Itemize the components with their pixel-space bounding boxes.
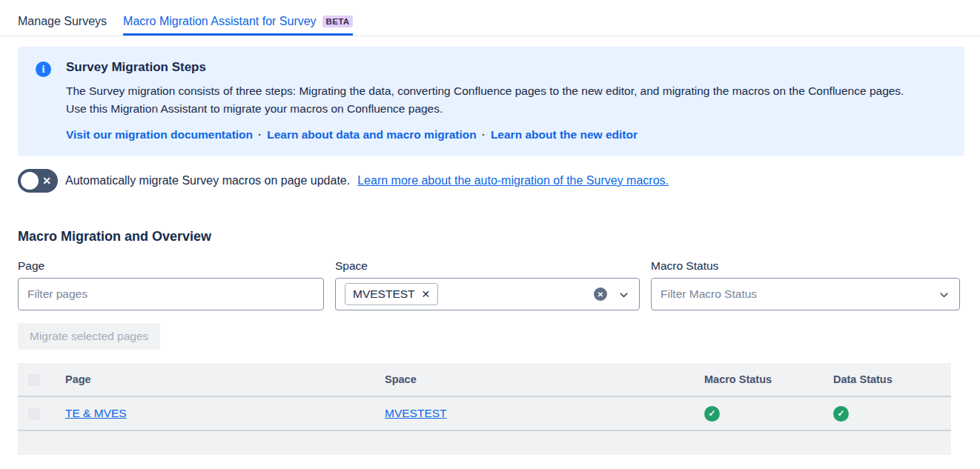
section-heading: Macro Migration and Overview [18,229,962,245]
beta-badge: BETA [322,16,354,27]
tab-macro-migration-assistant[interactable]: Macro Migration Assistant for Survey BET… [123,15,353,36]
row-checkbox[interactable] [28,408,40,420]
info-panel-body: The Survey migration consists of three s… [66,82,911,118]
macro-status-filter-label: Macro Status [651,259,960,273]
auto-migrate-row: ✕ Automatically migrate Survey macros on… [18,169,962,193]
macro-status-filter-group: Macro Status Filter Macro Status [651,259,960,310]
macro-status-filter-select[interactable]: Filter Macro Status [651,278,960,310]
clear-all-icon[interactable]: ✕ [594,287,607,301]
auto-migrate-label: Automatically migrate Survey macros on p… [65,174,350,187]
link-migration-documentation[interactable]: Visit our migration documentation [66,128,253,141]
migration-table: Page Space Macro Status Data Status TE &… [18,363,951,455]
info-panel-title: Survey Migration Steps [66,60,911,75]
page-filter-field [18,278,324,310]
toggle-off-icon: ✕ [42,176,51,186]
remove-tag-icon[interactable]: ✕ [422,288,431,300]
macro-status-placeholder: Filter Macro Status [660,287,938,301]
page-filter-input[interactable] [27,287,314,301]
space-link[interactable]: MVESTEST [385,407,447,419]
link-data-macro-migration[interactable]: Learn about data and macro migration [267,128,477,141]
data-status-success-icon: ✓ [833,406,849,422]
table-header-row: Page Space Macro Status Data Status [18,363,951,396]
column-header-macro-status: Macro Status [704,373,833,385]
link-separator: · [482,128,486,141]
chevron-down-icon[interactable] [938,288,950,301]
toggle-knob [21,172,39,190]
chevron-down-icon[interactable] [618,288,630,301]
space-filter-select[interactable]: MVESTEST ✕ ✕ [335,278,640,310]
auto-migrate-toggle[interactable]: ✕ [18,169,58,193]
link-new-editor[interactable]: Learn about the new editor [491,128,638,141]
migrate-selected-pages-button[interactable]: Migrate selected pages [18,323,160,350]
column-header-space: Space [385,373,704,385]
link-separator: · [258,128,262,141]
select-all-checkbox[interactable] [28,374,40,386]
space-tag-label: MVESTEST [353,287,415,301]
info-icon: i [36,61,51,77]
page-filter-label: Page [18,259,324,273]
tab-label: Macro Migration Assistant for Survey [123,15,317,28]
info-panel-links: Visit our migration documentation·Learn … [66,128,911,142]
auto-migrate-learn-more-link[interactable]: Learn more about the auto-migration of t… [357,174,669,187]
column-header-data-status: Data Status [833,373,951,385]
table-footer [18,431,951,455]
filters-bar: Page Space MVESTEST ✕ ✕ Macro Status Fil… [18,259,962,310]
tab-manage-surveys[interactable]: Manage Surveys [18,15,107,36]
space-tag-chip: MVESTEST ✕ [345,283,438,305]
macro-status-success-icon: ✓ [704,406,720,422]
column-header-page: Page [65,373,385,385]
space-filter-label: Space [335,259,640,273]
tab-bar: Manage Surveys Macro Migration Assistant… [0,0,980,36]
table-row: TE & MVES MVESTEST ✓ ✓ [18,397,951,430]
page-filter-group: Page [18,259,324,310]
page-link[interactable]: TE & MVES [65,407,127,419]
survey-migration-info-panel: i Survey Migration Steps The Survey migr… [18,47,964,156]
info-panel-content: Survey Migration Steps The Survey migrat… [66,60,911,142]
space-filter-group: Space MVESTEST ✕ ✕ [335,259,640,310]
